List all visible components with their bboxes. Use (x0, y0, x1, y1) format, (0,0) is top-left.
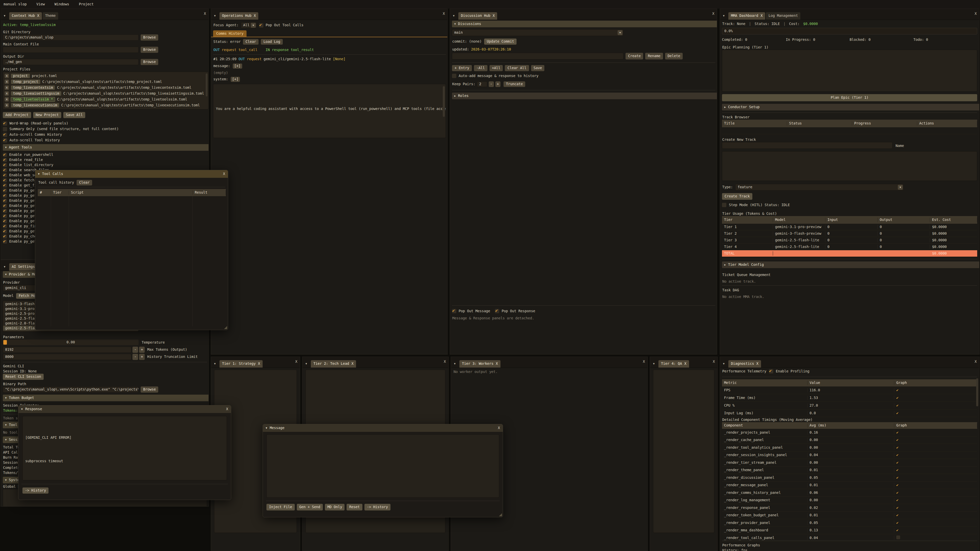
prompt-scrollbar[interactable] (443, 86, 445, 117)
plus-button[interactable]: + (495, 81, 501, 87)
epic-planning-textarea[interactable] (722, 50, 977, 92)
close-panel-icon[interactable]: X (975, 359, 977, 364)
close-tab-icon[interactable]: X (760, 14, 762, 17)
resize-grip-icon[interactable] (224, 326, 227, 329)
close-tab-icon[interactable]: X (352, 362, 353, 365)
entry-action-button[interactable]: -All (474, 65, 487, 71)
menu-item[interactable]: Project (79, 2, 94, 6)
truncate-button[interactable]: Truncate (504, 81, 525, 87)
clear-button[interactable]: Clear (243, 39, 259, 44)
project-action-button[interactable]: Add Project (3, 112, 31, 118)
plus-button[interactable]: + (139, 347, 145, 353)
project-file-chip[interactable]: temp_liveexecutionsim (11, 103, 59, 108)
project-file-row[interactable]: x temp_liveexecutionsim C:\projects\manu… (3, 102, 208, 108)
agent-tool-row[interactable]: ✔ Enable run_powershell (3, 152, 207, 157)
response-to-history-button[interactable]: -> History (22, 487, 48, 494)
graph-checkbox[interactable]: ✔ (896, 475, 898, 480)
pop-out-message-checkbox[interactable]: ✔ (452, 309, 456, 313)
graph-checkbox[interactable]: ✔ (896, 388, 898, 392)
column-header[interactable]: # (38, 190, 51, 195)
project-file-row[interactable]: x temp_liveaisettingssim C:\projects\man… (3, 91, 208, 97)
dock-options-icon[interactable]: ▼ (2, 264, 7, 270)
graph-checkbox[interactable]: ✔ (896, 528, 898, 532)
column-header[interactable]: Est. Cost (930, 218, 977, 222)
project-file-chip[interactable]: project (11, 74, 30, 78)
close-tab-icon[interactable]: X (684, 362, 686, 365)
close-tab-icon[interactable]: X (254, 14, 256, 17)
close-panel-icon[interactable]: X (204, 11, 206, 16)
graph-checkbox[interactable]: ✔ (896, 453, 898, 457)
column-header[interactable]: Status (787, 121, 852, 126)
project-file-chip[interactable]: temp_project (11, 79, 40, 84)
close-tab-icon[interactable]: X (493, 14, 495, 17)
checkbox[interactable]: ✔ (3, 178, 7, 183)
minus-button[interactable]: - (132, 354, 138, 360)
system-prompt-textarea[interactable]: You are a helpful coding assistant with … (213, 84, 446, 138)
binary-browse-button[interactable]: Browse (141, 386, 158, 392)
entry-action-button[interactable]: +All (490, 65, 503, 71)
graph-checkbox[interactable]: ✔ (896, 491, 898, 495)
graph-checkbox[interactable]: ✔ (896, 403, 898, 407)
checkbox[interactable]: ✔ (3, 229, 7, 233)
expand-message-button[interactable]: [+] (233, 64, 242, 68)
checkbox[interactable]: ✔ (3, 183, 7, 187)
graph-checkbox[interactable]: ✔ (896, 430, 898, 434)
project-action-button[interactable]: Save All (63, 112, 85, 118)
graph-checkbox[interactable]: ✔ (896, 460, 898, 465)
checkbox[interactable]: ✔ (3, 219, 7, 223)
column-header[interactable]: Metric (722, 381, 808, 385)
plus-button[interactable]: + (139, 354, 145, 360)
close-panel-icon[interactable]: X (643, 359, 645, 364)
delete-button[interactable]: Delete (665, 53, 682, 59)
column-header[interactable]: Title (722, 121, 787, 126)
discussion-name-input[interactable] (452, 53, 624, 59)
collapse-icon[interactable]: ▼ (21, 408, 23, 411)
remove-file-button[interactable]: x (5, 103, 9, 107)
conductor-setup-header[interactable]: ▶Conductor Setup (722, 104, 979, 110)
dock-options-icon[interactable]: ▼ (212, 361, 218, 367)
graph-checkbox[interactable]: ✔ (896, 513, 898, 517)
graph-checkbox[interactable]: ✔ (896, 483, 898, 487)
agent-tools-header[interactable]: ▼ Agent Tools (3, 144, 208, 151)
dock-options-icon[interactable]: ▼ (721, 361, 727, 367)
agent-tool-row[interactable]: ✔ Enable list_directory (3, 162, 207, 168)
project-file-row[interactable]: x temp_livetoolssim * C:\projects\manual… (3, 97, 208, 102)
load-log-button[interactable]: Load Log (261, 39, 283, 44)
close-panel-icon[interactable]: X (295, 359, 298, 364)
entry-action-button[interactable]: + Entry (452, 65, 472, 71)
project-file-chip[interactable]: temp_livecontextsim (11, 86, 55, 90)
close-panel-icon[interactable]: X (444, 359, 446, 364)
output-dir-browse-button[interactable]: Browse (141, 59, 158, 65)
message-action-button[interactable]: Gen + Send (297, 504, 323, 510)
graph-checkbox[interactable]: ✔ (896, 521, 898, 525)
close-panel-icon[interactable]: X (712, 11, 714, 16)
checkbox[interactable]: ✔ (3, 173, 7, 177)
max-tokens-input[interactable]: 8192 (3, 347, 131, 353)
response-textarea[interactable]: [GEMINI_CLI API ERROR] subprocess timeou… (22, 416, 227, 480)
binary-path-input[interactable]: "C:\projects\manual_slop\.venv\Scripts\p… (3, 386, 138, 392)
diagnostics-scrollbar[interactable] (976, 378, 978, 407)
remove-file-button[interactable]: x (5, 97, 9, 102)
column-header[interactable]: Component (722, 423, 808, 428)
entry-action-button[interactable]: Clear All (505, 65, 529, 71)
column-header[interactable]: Progress (852, 121, 917, 126)
checkbox[interactable]: ✔ (3, 194, 7, 198)
column-header[interactable]: Value (808, 381, 894, 385)
minus-button[interactable]: - (132, 347, 138, 353)
tab-comms-history[interactable]: Comms History (213, 30, 247, 37)
checkbox[interactable]: ✔ (3, 199, 7, 203)
remove-file-button[interactable]: x (5, 79, 9, 84)
menu-item[interactable]: manual slop (3, 2, 27, 6)
reset-cli-session-button[interactable]: Reset CLI Session (3, 374, 44, 380)
message-action-button[interactable]: -> History (364, 504, 390, 510)
close-window-icon[interactable]: X (498, 426, 500, 430)
checkbox[interactable]: ✔ (3, 138, 7, 143)
tier-model-config-header[interactable]: ▶Tier Model Config (722, 262, 979, 268)
checkbox[interactable]: ✔ (3, 204, 7, 208)
checkbox[interactable]: ✔ (3, 133, 7, 137)
column-header[interactable]: Avg (ms) (808, 423, 894, 428)
close-panel-icon[interactable]: X (713, 359, 715, 364)
track-name-input[interactable] (722, 142, 892, 149)
menu-item[interactable]: View (37, 2, 45, 6)
close-tab-icon[interactable]: X (37, 14, 39, 17)
